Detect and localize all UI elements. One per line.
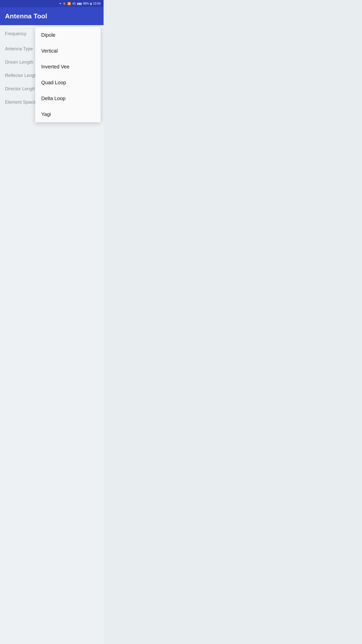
battery-text: 98% bbox=[83, 2, 89, 5]
status-bar: ✦ 🔇 📶 4G ▮▮▮ 98% ▮ 10:04 bbox=[0, 0, 104, 7]
signal-icon: ▮▮▮ bbox=[77, 2, 82, 5]
wifi-icon: 📶 bbox=[67, 2, 71, 5]
app-title: Antenna Tool bbox=[5, 12, 47, 20]
antenna-type-dropdown-menu: Dipole Vertical Inverted Vee Quad Loop D… bbox=[35, 27, 101, 122]
dropdown-item-delta-loop[interactable]: Delta Loop bbox=[35, 91, 101, 106]
dropdown-item-inverted-vee[interactable]: Inverted Vee bbox=[35, 59, 101, 75]
mute-icon: 🔇 bbox=[63, 2, 66, 5]
battery-icon: ▮ bbox=[90, 2, 92, 5]
dropdown-item-yagi[interactable]: Yagi bbox=[35, 106, 101, 122]
app-bar: Antenna Tool bbox=[0, 7, 104, 25]
bluetooth-icon: ✦ bbox=[59, 2, 61, 5]
dropdown-item-vertical[interactable]: Vertical bbox=[35, 43, 101, 59]
dropdown-item-dipole[interactable]: Dipole bbox=[35, 27, 101, 43]
time-text: 10:04 bbox=[93, 2, 101, 5]
lte-icon: 4G bbox=[72, 2, 76, 5]
dropdown-item-quad-loop[interactable]: Quad Loop bbox=[35, 75, 101, 91]
status-icons: ✦ 🔇 📶 4G ▮▮▮ 98% ▮ 10:04 bbox=[59, 2, 101, 5]
